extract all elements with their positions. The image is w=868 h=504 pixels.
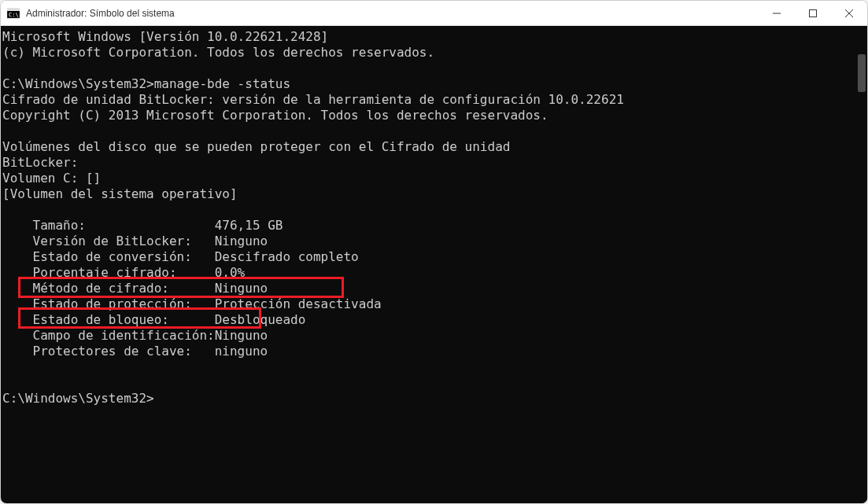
window-title: Administrador: Símbolo del sistema	[26, 8, 759, 19]
cmd-icon: C:\	[7, 7, 20, 20]
output-line: (c) Microsoft Corporation. Todos los der…	[2, 45, 434, 60]
output-line: C:\Windows\System32>manage-bde -status	[2, 76, 290, 91]
output-line: Volúmenes del disco que se pueden proteg…	[2, 139, 510, 154]
output-line: Estado de protección: Protección desacti…	[2, 296, 382, 311]
close-button[interactable]	[831, 1, 867, 25]
output-line: Microsoft Windows [Versión 10.0.22621.24…	[2, 29, 328, 44]
window-controls	[759, 1, 867, 25]
minimize-button[interactable]	[759, 1, 795, 25]
titlebar[interactable]: C:\ Administrador: Símbolo del sistema	[1, 1, 867, 26]
output-line: Estado de bloqueo: Desbloqueado	[2, 312, 305, 327]
output-line: Copyright (C) 2013 Microsoft Corporation…	[2, 108, 549, 123]
output-line: BitLocker:	[2, 155, 78, 170]
output-line: Volumen C: []	[2, 171, 101, 186]
terminal-body[interactable]: Microsoft Windows [Versión 10.0.22621.24…	[1, 26, 867, 503]
output-line: Cifrado de unidad BitLocker: versión de …	[2, 92, 624, 107]
output-line: Método de cifrado: Ninguno	[2, 281, 268, 296]
output-line: Campo de identificación:Ninguno	[2, 328, 268, 343]
terminal-output: Microsoft Windows [Versión 10.0.22621.24…	[1, 26, 867, 410]
scrollbar-thumb[interactable]	[858, 54, 866, 92]
command-prompt-window: C:\ Administrador: Símbolo del sistema M…	[0, 0, 868, 504]
output-line: C:\Windows\System32>	[2, 391, 154, 406]
output-line: Estado de conversión: Descifrado complet…	[2, 249, 359, 264]
output-line: Protectores de clave: ninguno	[2, 344, 268, 359]
svg-text:C:\: C:\	[9, 12, 19, 18]
scrollbar-track[interactable]	[856, 26, 867, 503]
output-line: Tamaño: 476,15 GB	[2, 218, 283, 233]
output-line: [Volumen del sistema operativo]	[2, 186, 238, 201]
svg-rect-4	[810, 9, 817, 17]
output-line: Porcentaje cifrado: 0,0%	[2, 265, 245, 280]
svg-rect-1	[7, 9, 20, 11]
maximize-button[interactable]	[795, 1, 831, 25]
output-line: Versión de BitLocker: Ninguno	[2, 234, 268, 248]
